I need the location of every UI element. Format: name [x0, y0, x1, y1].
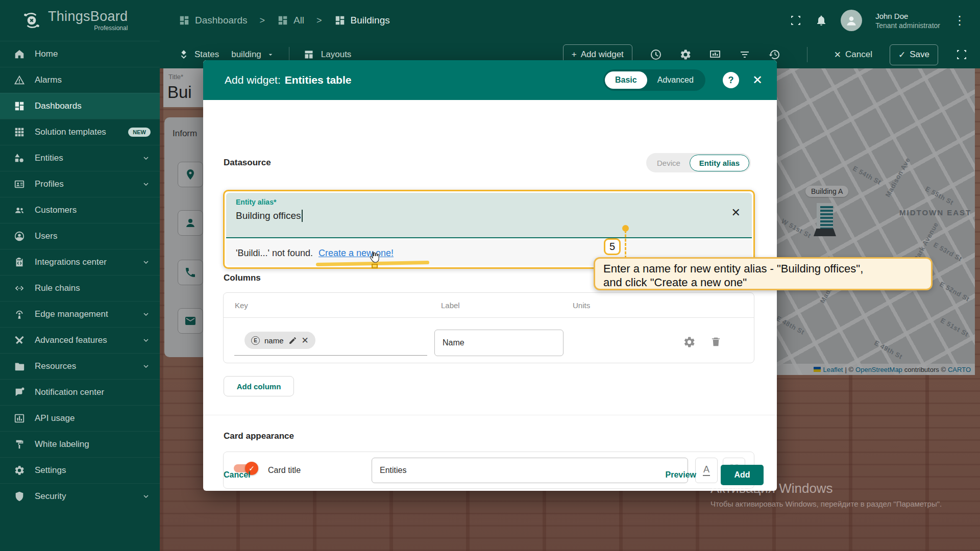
remove-chip-icon[interactable]: ✕	[302, 335, 309, 346]
sidebar-item-users[interactable]: Users	[0, 223, 160, 249]
breadcrumb-buildings[interactable]: Buildings	[351, 15, 390, 26]
avatar[interactable]	[841, 10, 862, 31]
sidebar-item-notification-center[interactable]: Notification center	[0, 379, 160, 405]
states-value[interactable]: building	[231, 49, 261, 60]
plus-icon: +	[572, 49, 577, 60]
sidebar-item-settings[interactable]: Settings	[0, 457, 160, 483]
key-chip-label: name	[264, 336, 284, 345]
cancel-button[interactable]: Cancel	[224, 470, 250, 480]
chevron-down-icon	[141, 310, 151, 319]
dialog-footer: Cancel Preview Add	[203, 459, 777, 491]
user-info[interactable]: John Doe Tenant administrator	[875, 11, 940, 30]
version-history-icon[interactable]	[768, 48, 780, 61]
entities-shapes-icon	[13, 153, 26, 164]
text-caret	[302, 210, 303, 222]
sidebar-item-customers[interactable]: Customers	[0, 197, 160, 223]
notifications-bell-icon[interactable]	[815, 14, 827, 27]
thingsboard-logo-icon	[21, 10, 42, 31]
column-settings-gear-icon[interactable]	[683, 336, 696, 348]
save-button[interactable]: ✓ Save	[890, 44, 938, 65]
watermark-title: Активация Windows	[710, 481, 942, 496]
more-menu-icon[interactable]: ⋮	[953, 13, 966, 28]
user-role: Tenant administrator	[875, 21, 940, 30]
sidebar-item-home[interactable]: Home	[0, 41, 160, 67]
layouts-icon	[304, 49, 314, 60]
divider	[224, 317, 754, 318]
add-column-button[interactable]: Add column	[224, 376, 294, 396]
sidebar-item-security[interactable]: Security	[0, 483, 160, 509]
logo[interactable]: ThingsBoard Professional	[0, 0, 160, 41]
screen: Title* Bui Inform W 51st St Madison Ave …	[0, 0, 980, 551]
breadcrumb: Dashboards > All > Buildings	[179, 15, 390, 26]
timewindow-clock-icon[interactable]	[650, 48, 662, 61]
breadcrumb-separator: >	[259, 15, 265, 26]
delete-trash-icon[interactable]	[710, 336, 722, 347]
sidebar-item-advanced-features[interactable]: Advanced features	[0, 327, 160, 353]
tab-basic[interactable]: Basic	[605, 71, 647, 89]
bar-chart-icon	[13, 413, 26, 424]
sidebar-item-profiles[interactable]: Profiles	[0, 171, 160, 197]
entity-alias-option[interactable]: Entity alias	[690, 155, 749, 171]
breadcrumb-dashboards[interactable]: Dashboards	[195, 15, 247, 26]
dashboard-icon	[277, 15, 288, 26]
datasource-heading: Datasource	[224, 158, 271, 168]
fullscreen-icon[interactable]	[790, 14, 802, 27]
user-circle-icon	[13, 231, 26, 242]
tour-step-badge: 5	[604, 238, 621, 255]
sidebar-item-white-labeling[interactable]: White labeling	[0, 431, 160, 457]
help-icon[interactable]: ?	[723, 72, 739, 88]
tab-advanced[interactable]: Advanced	[647, 71, 704, 89]
chevron-down-icon	[141, 492, 151, 501]
customers-people-icon	[13, 205, 26, 216]
sidebar-item-alarms[interactable]: Alarms	[0, 67, 160, 93]
breadcrumb-all[interactable]: All	[293, 15, 304, 26]
entity-alias-input[interactable]: Building offices	[236, 210, 743, 222]
alarm-warning-icon	[13, 74, 26, 86]
clear-input-icon[interactable]: ✕	[731, 206, 741, 219]
chevron-down-icon	[141, 154, 151, 163]
sidebar-item-integrations-center[interactable]: Integrations center	[0, 249, 160, 275]
label-header: Label	[441, 293, 460, 317]
expand-fullscreen-icon[interactable]	[955, 48, 968, 61]
id-badge-icon	[13, 179, 26, 190]
mouse-cursor-icon	[368, 251, 381, 268]
key-chip[interactable]: E name ✕	[244, 332, 315, 349]
entity-alias-field[interactable]: Entity alias* Building offices ✕	[226, 193, 752, 238]
chat-bubble-icon	[13, 387, 26, 398]
sidebar-item-resources[interactable]: Resources	[0, 353, 160, 379]
layouts-label[interactable]: Layouts	[321, 49, 352, 60]
entity-alias-label: Entity alias*	[236, 198, 743, 206]
sidebar-item-solution-templates[interactable]: Solution templates NEW	[0, 119, 160, 145]
device-option[interactable]: Device	[648, 155, 690, 171]
create-new-one-link[interactable]: Create a new one!	[318, 248, 394, 258]
grid-icon	[13, 127, 26, 138]
datasource-type-toggle: Device Entity alias	[646, 153, 751, 172]
cursor-click-box	[372, 264, 378, 268]
folder-icon	[13, 361, 26, 372]
sidebar-item-edge-management[interactable]: Edge management	[0, 301, 160, 327]
states-diamond-icon	[178, 49, 189, 60]
clipboard-code-icon	[13, 257, 26, 268]
entity-key-type-icon: E	[251, 336, 260, 345]
column-label-input[interactable]: Name	[434, 330, 564, 356]
preview-button[interactable]: Preview	[666, 470, 696, 480]
sidebar-item-dashboards[interactable]: Dashboards	[0, 93, 160, 119]
sidebar-item-api-usage[interactable]: API usage	[0, 405, 160, 431]
dashboard-icon	[179, 15, 190, 26]
states-label: States	[194, 49, 219, 60]
sidebar-item-entities[interactable]: Entities	[0, 145, 160, 171]
cancel-edit-button[interactable]: ✕ Cancel	[834, 49, 872, 60]
edit-pencil-icon[interactable]	[288, 336, 297, 345]
tour-tooltip-line2: and click "Create a new one"	[603, 276, 923, 289]
app-name: ThingsBoard	[48, 10, 128, 23]
close-icon[interactable]: ✕	[752, 73, 763, 87]
dropdown-arrow-icon[interactable]	[266, 51, 275, 59]
settings-gear-icon[interactable]	[679, 48, 692, 61]
sidebar-item-rule-chains[interactable]: Rule chains	[0, 275, 160, 301]
user-name: John Doe	[875, 11, 940, 21]
columns-heading: Columns	[224, 273, 261, 283]
entity-aliases-icon[interactable]	[709, 48, 721, 61]
filter-icon[interactable]	[739, 48, 751, 61]
dialog-title: Add widget:Entities table	[225, 74, 351, 86]
windows-activation-watermark: Активация Windows Чтобы активировать Win…	[710, 481, 942, 508]
